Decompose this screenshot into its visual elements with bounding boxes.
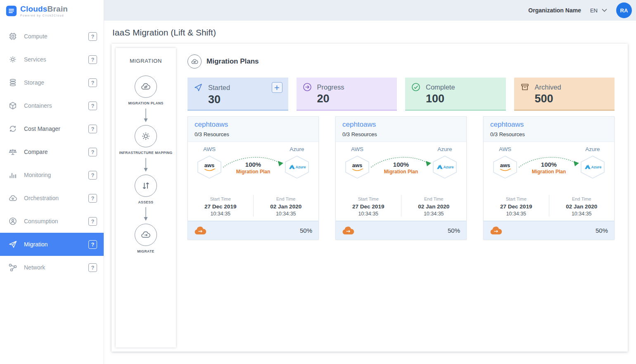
sidebar-item-label: Consumption: [24, 218, 58, 225]
sidebar-item-containers[interactable]: Containers ?: [0, 94, 104, 117]
stat-started: Started 30: [187, 78, 288, 111]
step-label: MIGRATION PLANS: [128, 101, 163, 106]
plan-resources: 0/3 Resources: [342, 131, 460, 137]
navigation-arrow-icon: [193, 83, 203, 92]
stat-label: Complete: [426, 83, 455, 91]
sidebar-item-network[interactable]: Network ?: [0, 256, 104, 279]
brand-logo[interactable]: CloudsBrain Powered by Click2Cloud: [0, 0, 104, 21]
source-cloud-label: AWS: [196, 146, 223, 152]
check-circle-icon: [411, 82, 421, 92]
network-icon: [8, 263, 17, 272]
stat-value: 30: [208, 93, 282, 106]
start-date: 27 Dec 2019: [484, 203, 549, 210]
stepper-title: MIGRATION: [130, 58, 162, 64]
sidebar-item-storage[interactable]: Storage ?: [0, 71, 104, 94]
step-migration-plans[interactable]: MIGRATION PLANS: [128, 76, 163, 106]
step-infrastructure-mapping[interactable]: INFRASTRUCTURE MAPPING: [119, 125, 172, 156]
sidebar-item-orchestration[interactable]: Orchestration ?: [0, 187, 104, 210]
plan-percent-label: Migration Plan: [336, 169, 466, 175]
step-assess[interactable]: ASSESS: [135, 175, 157, 205]
help-icon[interactable]: ?: [88, 32, 97, 41]
stat-label: Archived: [535, 83, 561, 91]
plan-times: Start Time 27 Dec 2019 10:34:35 End Time…: [188, 193, 318, 221]
bar-chart-icon: [8, 170, 17, 180]
start-clock: 10:34:35: [484, 211, 549, 217]
arrow-down-connector: [143, 158, 148, 172]
stat-progress: Progress 20: [297, 78, 397, 111]
plan-name-link[interactable]: cephtoaws: [342, 121, 376, 129]
start-date: 27 Dec 2019: [188, 203, 253, 210]
gear-icon: [8, 55, 17, 64]
stat-value: 100: [426, 92, 500, 105]
end-clock: 10:34:35: [549, 211, 615, 217]
plan-percent-label: Migration Plan: [484, 169, 614, 175]
plan-name-link[interactable]: cephtoaws: [490, 121, 524, 129]
cloud-migrate-icon: [135, 224, 157, 246]
end-time-label: End Time: [549, 196, 615, 201]
plus-icon: [274, 85, 280, 90]
step-migrate[interactable]: MIGRATE: [135, 224, 157, 254]
help-icon[interactable]: ?: [88, 125, 97, 133]
add-migration-plan-button[interactable]: [272, 82, 282, 93]
sidebar-item-compare[interactable]: Compare ?: [0, 140, 104, 163]
cloud-gear-icon: [8, 194, 17, 203]
app-root: CloudsBrain Powered by Click2Cloud Compu…: [0, 0, 636, 364]
language-selector[interactable]: EN: [590, 7, 607, 14]
sidebar-item-consumption[interactable]: Consumption ?: [0, 210, 104, 233]
sidebar-item-compute[interactable]: Compute ?: [0, 25, 104, 48]
source-cloud-label: AWS: [344, 146, 370, 152]
help-icon[interactable]: ?: [88, 148, 97, 156]
main-area: Organization Name EN RA IaaS Migration (…: [104, 0, 636, 364]
arrow-down-connector: [143, 207, 148, 221]
help-icon[interactable]: ?: [88, 194, 97, 203]
sidebar-item-monitoring[interactable]: Monitoring ?: [0, 163, 104, 187]
chevron-down-icon: [602, 9, 607, 12]
brand-tagline: Powered by Click2Cloud: [20, 14, 68, 17]
cloud-sync-icon: [490, 226, 502, 235]
help-icon[interactable]: ?: [88, 55, 97, 64]
stat-label: Started: [208, 84, 230, 92]
sidebar-item-label: Services: [24, 56, 46, 63]
avatar[interactable]: RA: [616, 2, 632, 18]
cloud-sync-icon: [342, 226, 354, 235]
sidebar-item-migration[interactable]: Migration ?: [0, 233, 104, 256]
target-cloud-label: Azure: [579, 146, 606, 152]
end-time-label: End Time: [254, 196, 319, 201]
organization-name: Organization Name: [528, 7, 581, 14]
migration-panel: MIGRATION MIGRATION PLANS INFRASTRUCTURE…: [112, 44, 628, 352]
help-icon[interactable]: ?: [88, 217, 97, 226]
help-icon[interactable]: ?: [88, 263, 97, 272]
stat-label: Progress: [317, 83, 344, 91]
arrow-down-connector: [143, 109, 148, 123]
sidebar-item-cost-manager[interactable]: Cost Manager ?: [0, 117, 104, 140]
stat-archived: Archived 500: [514, 78, 615, 111]
plan-name-link[interactable]: cephtoaws: [195, 121, 228, 129]
stat-value: 20: [317, 92, 392, 105]
plan-visual: AWS Azure aws Azure: [188, 142, 318, 193]
start-time-label: Start Time: [484, 196, 549, 201]
migration-plan-card: cephtoaws 0/3 Resources AWS Azure aws: [187, 116, 319, 240]
help-icon[interactable]: ?: [88, 240, 97, 249]
migration-stepper: MIGRATION MIGRATION PLANS INFRASTRUCTURE…: [116, 48, 176, 347]
cpu-icon: [8, 32, 17, 41]
plan-footer: 50%: [188, 221, 318, 239]
end-date: 02 Jan 2020: [401, 203, 467, 210]
plan-progress: 50%: [596, 227, 608, 234]
plan-footer: 50%: [484, 221, 614, 239]
sidebar-item-label: Network: [24, 264, 45, 271]
language-label: EN: [590, 7, 598, 14]
cloudsbrain-logo-icon: [6, 5, 17, 17]
plan-percent: 100%: [336, 161, 466, 168]
target-cloud-label: Azure: [284, 146, 310, 152]
sidebar-item-label: Storage: [24, 79, 44, 86]
sidebar-item-services[interactable]: Services ?: [0, 48, 104, 71]
help-icon[interactable]: ?: [88, 102, 97, 110]
help-icon[interactable]: ?: [88, 78, 97, 87]
plan-percent: 100%: [188, 161, 318, 168]
plan-resources: 0/3 Resources: [195, 131, 312, 137]
step-label: ASSESS: [138, 200, 154, 205]
plan-times: Start Time 27 Dec 2019 10:34:35 End Time…: [484, 193, 614, 221]
cloud-sync-icon: [135, 76, 157, 98]
help-icon[interactable]: ?: [88, 171, 97, 180]
box-icon: [8, 101, 17, 110]
